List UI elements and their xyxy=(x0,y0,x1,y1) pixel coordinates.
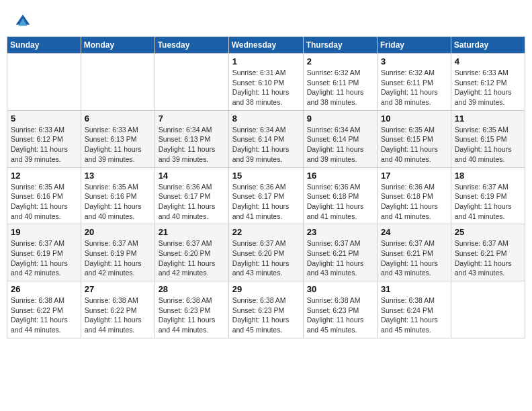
day-info: Sunrise: 6:33 AM Sunset: 6:13 PM Dayligh… xyxy=(85,125,151,165)
calendar-cell: 3Sunrise: 6:32 AM Sunset: 6:11 PM Daylig… xyxy=(378,54,451,111)
calendar-cell: 31Sunrise: 6:38 AM Sunset: 6:24 PM Dayli… xyxy=(378,281,451,338)
day-info: Sunrise: 6:38 AM Sunset: 6:22 PM Dayligh… xyxy=(11,295,77,335)
day-number: 27 xyxy=(85,284,151,294)
calendar-cell: 24Sunrise: 6:37 AM Sunset: 6:21 PM Dayli… xyxy=(378,224,451,281)
day-info: Sunrise: 6:31 AM Sunset: 6:10 PM Dayligh… xyxy=(232,68,300,107)
day-number: 16 xyxy=(307,171,373,181)
page-header xyxy=(7,7,525,34)
day-info: Sunrise: 6:35 AM Sunset: 6:15 PM Dayligh… xyxy=(455,125,521,165)
day-number: 5 xyxy=(11,113,77,124)
day-info: Sunrise: 6:35 AM Sunset: 6:16 PM Dayligh… xyxy=(11,182,77,222)
day-number: 11 xyxy=(455,113,521,124)
calendar-cell: 4Sunrise: 6:33 AM Sunset: 6:12 PM Daylig… xyxy=(451,54,525,111)
calendar-cell: 10Sunrise: 6:35 AM Sunset: 6:15 PM Dayli… xyxy=(378,110,451,167)
day-info: Sunrise: 6:37 AM Sunset: 6:20 PM Dayligh… xyxy=(232,238,300,278)
logo-icon xyxy=(13,12,32,31)
calendar-cell: 21Sunrise: 6:37 AM Sunset: 6:20 PM Dayli… xyxy=(154,224,228,281)
calendar-cell: 16Sunrise: 6:36 AM Sunset: 6:18 PM Dayli… xyxy=(303,167,377,224)
day-info: Sunrise: 6:34 AM Sunset: 6:14 PM Dayligh… xyxy=(232,125,300,165)
day-info: Sunrise: 6:35 AM Sunset: 6:16 PM Dayligh… xyxy=(85,182,151,222)
day-number: 19 xyxy=(11,227,77,237)
day-number: 10 xyxy=(381,113,447,124)
calendar-cell: 6Sunrise: 6:33 AM Sunset: 6:13 PM Daylig… xyxy=(81,110,154,167)
day-number: 1 xyxy=(232,56,300,66)
day-number: 24 xyxy=(381,227,447,237)
header-tuesday: Tuesday xyxy=(154,37,228,54)
calendar-cell: 19Sunrise: 6:37 AM Sunset: 6:19 PM Dayli… xyxy=(7,224,81,281)
calendar-cell: 11Sunrise: 6:35 AM Sunset: 6:15 PM Dayli… xyxy=(451,110,525,167)
calendar-cell: 7Sunrise: 6:34 AM Sunset: 6:13 PM Daylig… xyxy=(154,110,228,167)
calendar-cell: 2Sunrise: 6:32 AM Sunset: 6:11 PM Daylig… xyxy=(303,54,377,111)
calendar-cell: 27Sunrise: 6:38 AM Sunset: 6:22 PM Dayli… xyxy=(81,281,154,338)
calendar-table: SundayMondayTuesdayWednesdayThursdayFrid… xyxy=(7,36,525,338)
day-info: Sunrise: 6:37 AM Sunset: 6:19 PM Dayligh… xyxy=(11,238,77,278)
calendar-cell: 28Sunrise: 6:38 AM Sunset: 6:23 PM Dayli… xyxy=(154,281,228,338)
day-number: 7 xyxy=(159,113,225,124)
day-info: Sunrise: 6:36 AM Sunset: 6:17 PM Dayligh… xyxy=(232,182,300,222)
day-number: 3 xyxy=(381,56,447,66)
day-number: 8 xyxy=(232,113,300,124)
day-info: Sunrise: 6:37 AM Sunset: 6:19 PM Dayligh… xyxy=(85,238,151,278)
calendar-cell: 17Sunrise: 6:36 AM Sunset: 6:18 PM Dayli… xyxy=(378,167,451,224)
day-info: Sunrise: 6:32 AM Sunset: 6:11 PM Dayligh… xyxy=(381,68,447,107)
day-info: Sunrise: 6:38 AM Sunset: 6:23 PM Dayligh… xyxy=(232,295,300,335)
header-sunday: Sunday xyxy=(7,37,81,54)
calendar-week-2: 5Sunrise: 6:33 AM Sunset: 6:12 PM Daylig… xyxy=(7,110,525,167)
day-number: 30 xyxy=(307,284,373,294)
day-number: 2 xyxy=(307,56,373,66)
calendar-cell: 30Sunrise: 6:38 AM Sunset: 6:23 PM Dayli… xyxy=(303,281,377,338)
day-info: Sunrise: 6:36 AM Sunset: 6:18 PM Dayligh… xyxy=(381,182,447,222)
day-info: Sunrise: 6:36 AM Sunset: 6:18 PM Dayligh… xyxy=(307,182,373,222)
day-number: 25 xyxy=(455,227,521,237)
day-number: 22 xyxy=(232,227,300,237)
calendar-cell: 29Sunrise: 6:38 AM Sunset: 6:23 PM Dayli… xyxy=(228,281,303,338)
day-info: Sunrise: 6:38 AM Sunset: 6:22 PM Dayligh… xyxy=(85,295,151,335)
day-info: Sunrise: 6:37 AM Sunset: 6:21 PM Dayligh… xyxy=(307,238,373,278)
header-friday: Friday xyxy=(378,37,451,54)
calendar-week-3: 12Sunrise: 6:35 AM Sunset: 6:16 PM Dayli… xyxy=(7,167,525,224)
day-info: Sunrise: 6:33 AM Sunset: 6:12 PM Dayligh… xyxy=(455,68,521,107)
day-number: 20 xyxy=(85,227,151,237)
calendar-cell: 9Sunrise: 6:34 AM Sunset: 6:14 PM Daylig… xyxy=(303,110,377,167)
calendar-cell: 8Sunrise: 6:34 AM Sunset: 6:14 PM Daylig… xyxy=(228,110,303,167)
day-number: 17 xyxy=(381,171,447,181)
calendar-week-5: 26Sunrise: 6:38 AM Sunset: 6:22 PM Dayli… xyxy=(7,281,525,338)
calendar-cell: 20Sunrise: 6:37 AM Sunset: 6:19 PM Dayli… xyxy=(81,224,154,281)
day-info: Sunrise: 6:37 AM Sunset: 6:21 PM Dayligh… xyxy=(455,238,521,278)
day-info: Sunrise: 6:37 AM Sunset: 6:20 PM Dayligh… xyxy=(159,238,225,278)
day-info: Sunrise: 6:33 AM Sunset: 6:12 PM Dayligh… xyxy=(11,125,77,165)
calendar-cell: 15Sunrise: 6:36 AM Sunset: 6:17 PM Dayli… xyxy=(228,167,303,224)
day-number: 6 xyxy=(85,113,151,124)
logo xyxy=(13,12,35,31)
day-number: 18 xyxy=(455,171,521,181)
calendar-cell: 5Sunrise: 6:33 AM Sunset: 6:12 PM Daylig… xyxy=(7,110,81,167)
calendar-cell: 26Sunrise: 6:38 AM Sunset: 6:22 PM Dayli… xyxy=(7,281,81,338)
calendar-cell: 22Sunrise: 6:37 AM Sunset: 6:20 PM Dayli… xyxy=(228,224,303,281)
day-info: Sunrise: 6:37 AM Sunset: 6:21 PM Dayligh… xyxy=(381,238,447,278)
header-wednesday: Wednesday xyxy=(228,37,303,54)
header-monday: Monday xyxy=(81,37,154,54)
calendar-cell: 1Sunrise: 6:31 AM Sunset: 6:10 PM Daylig… xyxy=(228,54,303,111)
calendar-cell xyxy=(7,54,81,111)
header-thursday: Thursday xyxy=(303,37,377,54)
day-info: Sunrise: 6:38 AM Sunset: 6:23 PM Dayligh… xyxy=(307,295,373,335)
header-saturday: Saturday xyxy=(451,37,525,54)
day-number: 28 xyxy=(159,284,225,294)
day-info: Sunrise: 6:34 AM Sunset: 6:13 PM Dayligh… xyxy=(159,125,225,165)
calendar-cell: 13Sunrise: 6:35 AM Sunset: 6:16 PM Dayli… xyxy=(81,167,154,224)
day-number: 23 xyxy=(307,227,373,237)
day-number: 13 xyxy=(85,171,151,181)
day-number: 12 xyxy=(11,171,77,181)
day-info: Sunrise: 6:38 AM Sunset: 6:24 PM Dayligh… xyxy=(381,295,447,335)
calendar-cell xyxy=(81,54,154,111)
day-info: Sunrise: 6:34 AM Sunset: 6:14 PM Dayligh… xyxy=(307,125,373,165)
day-info: Sunrise: 6:38 AM Sunset: 6:23 PM Dayligh… xyxy=(159,295,225,335)
calendar-cell: 18Sunrise: 6:37 AM Sunset: 6:19 PM Dayli… xyxy=(451,167,525,224)
day-info: Sunrise: 6:35 AM Sunset: 6:15 PM Dayligh… xyxy=(381,125,447,165)
day-number: 15 xyxy=(232,171,300,181)
day-info: Sunrise: 6:36 AM Sunset: 6:17 PM Dayligh… xyxy=(159,182,225,222)
calendar-week-1: 1Sunrise: 6:31 AM Sunset: 6:10 PM Daylig… xyxy=(7,54,525,111)
day-number: 29 xyxy=(232,284,300,294)
calendar-week-4: 19Sunrise: 6:37 AM Sunset: 6:19 PM Dayli… xyxy=(7,224,525,281)
day-number: 31 xyxy=(381,284,447,294)
